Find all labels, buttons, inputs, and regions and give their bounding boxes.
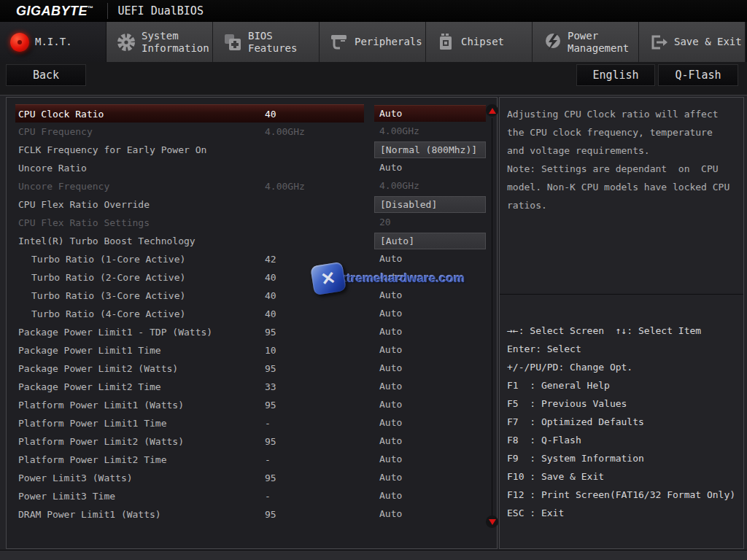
- setting-option[interactable]: [Normal (800Mhz)]: [374, 141, 486, 158]
- setting-current-value: -: [265, 487, 271, 505]
- setting-label: Turbo Ratio (2-Core Active): [15, 272, 185, 283]
- tab-system-information[interactable]: System Information: [107, 22, 213, 62]
- setting-option: Auto: [374, 397, 486, 413]
- setting-label: Turbo Ratio (1-Core Active): [15, 254, 185, 265]
- setting-label: Platform Power Limit2 (Watts): [15, 436, 184, 447]
- setting-label: Power Limit3 Time: [15, 491, 115, 502]
- setting-option: Auto: [374, 451, 486, 468]
- qflash-button[interactable]: Q-Flash: [658, 64, 738, 86]
- settings-panel: CPU Clock Ratio40AutoCPU Frequency4.00GH…: [6, 97, 498, 549]
- settings-row[interactable]: Uncore Frequency4.00GHz4.00GHz: [7, 177, 497, 195]
- setting-label: Package Power Limit2 (Watts): [15, 363, 178, 374]
- settings-row[interactable]: Power Limit3 (Watts)95Auto: [7, 469, 497, 487]
- scrollbar-track[interactable]: [492, 118, 492, 521]
- setting-current-value: 10: [265, 341, 276, 359]
- tab-power-management[interactable]: Power Management: [533, 22, 639, 62]
- key-legend-line: F7 : Optimized Defaults: [507, 413, 736, 431]
- setting-label: Package Power Limit1 Time: [15, 345, 161, 356]
- settings-row[interactable]: Turbo Ratio (3-Core Active)40Auto: [7, 287, 497, 305]
- settings-row[interactable]: Platform Power Limit2 Time-Auto: [7, 451, 497, 469]
- setting-current-value: 95: [265, 396, 276, 414]
- setting-label: CPU Flex Ratio Override: [15, 199, 150, 210]
- settings-row[interactable]: Uncore RatioAuto: [7, 159, 497, 177]
- settings-row[interactable]: CPU Flex Ratio Override[Disabled]: [7, 195, 497, 214]
- tab-chipset[interactable]: Chipset: [426, 22, 533, 62]
- setting-label: CPU Flex Ratio Settings: [15, 217, 150, 228]
- settings-row[interactable]: CPU Clock Ratio40Auto: [7, 104, 497, 122]
- settings-row[interactable]: CPU Flex Ratio Settings20: [7, 214, 497, 232]
- settings-row[interactable]: Package Power Limit1 Time10Auto: [7, 341, 497, 359]
- settings-row[interactable]: Platform Power Limit2 (Watts)95Auto: [7, 432, 497, 451]
- save-exit-icon: [648, 31, 670, 53]
- bios-features-icon: [222, 31, 244, 53]
- tab-bios-features[interactable]: BIOS Features: [213, 22, 320, 62]
- setting-label: Package Power Limit2 Time: [15, 381, 161, 392]
- setting-current-value: 42: [265, 250, 276, 268]
- settings-row[interactable]: Platform Power Limit1 Time-Auto: [7, 414, 497, 432]
- tab-peripherals[interactable]: Peripherals: [320, 22, 426, 62]
- setting-option: Auto: [374, 342, 486, 359]
- setting-label: Intel(R) Turbo Boost Technology: [15, 236, 196, 246]
- language-button[interactable]: English: [576, 64, 655, 86]
- setting-option: Auto: [374, 506, 486, 523]
- setting-current-value: 40: [265, 305, 276, 323]
- setting-label: CPU Clock Ratio: [15, 109, 104, 120]
- setting-current-value: 95: [265, 469, 276, 487]
- setting-current-value: 95: [265, 432, 276, 451]
- settings-row[interactable]: Turbo Ratio (1-Core Active)42Auto: [7, 250, 497, 268]
- key-legend-line: ESC : Exit: [507, 504, 736, 522]
- peripherals-icon: [328, 31, 350, 53]
- setting-label: Platform Power Limit1 (Watts): [15, 400, 184, 411]
- setting-option: Auto: [374, 324, 486, 341]
- header-divider: [0, 95, 747, 96]
- help-line: and voltage requirements.: [507, 141, 736, 160]
- settings-row[interactable]: Package Power Limit1 - TDP (Watts)95Auto: [7, 323, 497, 341]
- settings-row[interactable]: Platform Power Limit1 (Watts)95Auto: [7, 396, 497, 414]
- setting-option[interactable]: [Disabled]: [374, 196, 486, 213]
- setting-current-value: 95: [265, 505, 276, 524]
- setting-option: Auto: [374, 287, 486, 304]
- setting-option: Auto: [374, 105, 486, 122]
- help-line: Adjusting CPU Clock ratio will affect: [507, 105, 736, 123]
- settings-row[interactable]: Turbo Ratio (4-Core Active)40Auto: [7, 305, 497, 323]
- setting-label: DRAM Power Limit1 (Watts): [15, 509, 161, 520]
- scroll-up-arrow[interactable]: [486, 104, 498, 117]
- setting-label: FCLK Frequency for Early Power On: [15, 144, 206, 155]
- setting-option[interactable]: [Auto]: [374, 233, 486, 249]
- setting-label: Platform Power Limit1 Time: [15, 418, 167, 429]
- setting-current-value: 40: [265, 268, 276, 287]
- settings-row[interactable]: DRAM Power Limit1 (Watts)95Auto: [7, 505, 497, 524]
- settings-row[interactable]: Package Power Limit2 (Watts)95Auto: [7, 359, 497, 378]
- tab-save-exit[interactable]: Save & Exit: [639, 22, 746, 62]
- setting-label: Uncore Ratio: [15, 163, 87, 174]
- setting-label: Turbo Ratio (3-Core Active): [15, 290, 185, 301]
- help-panel: Adjusting CPU Clock ratio will affectthe…: [499, 97, 744, 549]
- key-legend-line: F10 : Save & Exit: [507, 467, 736, 486]
- settings-row[interactable]: Turbo Ratio (2-Core Active)40Auto: [7, 268, 497, 287]
- settings-row[interactable]: CPU Frequency4.00GHz4.00GHz: [7, 122, 497, 141]
- toolbar: Back English Q-Flash: [0, 62, 747, 95]
- setting-current-value: 4.00GHz: [265, 122, 305, 141]
- setting-current-value: 95: [265, 323, 276, 341]
- scroll-down-arrow[interactable]: [486, 516, 498, 528]
- setting-label: Power Limit3 (Watts): [15, 472, 133, 483]
- settings-row[interactable]: Power Limit3 Time-Auto: [7, 487, 497, 505]
- gear-icon: [115, 31, 137, 53]
- setting-current-value: -: [265, 414, 271, 432]
- setting-label: Uncore Frequency: [15, 181, 109, 192]
- setting-current-value: 4.00GHz: [265, 177, 305, 195]
- setting-option: 4.00GHz: [374, 123, 486, 140]
- help-line: the CPU clock frequency, temperature: [507, 123, 736, 141]
- help-line: model. Non-K CPU models have locked CPU: [507, 178, 736, 196]
- settings-row[interactable]: Package Power Limit2 Time33Auto: [7, 378, 497, 396]
- setting-option: Auto: [374, 269, 486, 286]
- tab-mit[interactable]: M.I.T.: [0, 22, 107, 62]
- setting-option: Auto: [374, 306, 486, 322]
- setting-label: Package Power Limit1 - TDP (Watts): [15, 327, 212, 338]
- settings-row[interactable]: FCLK Frequency for Early Power On[Normal…: [7, 141, 497, 159]
- setting-label: Platform Power Limit2 Time: [15, 454, 167, 465]
- settings-row[interactable]: Intel(R) Turbo Boost Technology[Auto]: [7, 232, 497, 250]
- setting-option: Auto: [374, 470, 486, 486]
- back-button[interactable]: Back: [6, 64, 86, 86]
- title-divider: [107, 3, 108, 19]
